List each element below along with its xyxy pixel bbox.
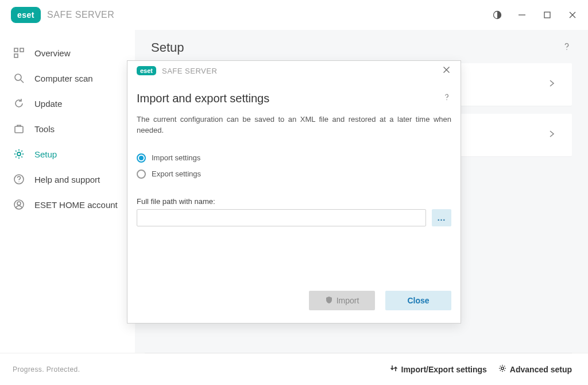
browse-button[interactable]: … bbox=[432, 209, 451, 226]
footer-links: Import/Export settings Advanced setup bbox=[390, 364, 572, 374]
file-path-input[interactable] bbox=[137, 209, 426, 226]
tagline: Progress. Protected. bbox=[13, 365, 80, 374]
sidebar-item-label: Help and support bbox=[34, 175, 100, 184]
gear-icon bbox=[498, 364, 506, 374]
sidebar-item-help[interactable]: Help and support bbox=[0, 167, 135, 192]
svg-point-11 bbox=[17, 152, 21, 156]
footer-link-label: Advanced setup bbox=[510, 365, 572, 374]
chevron-right-icon bbox=[548, 79, 556, 90]
tools-icon bbox=[13, 122, 25, 135]
close-icon[interactable] bbox=[568, 11, 580, 19]
sidebar-item-home-account[interactable]: ESET HOME account bbox=[0, 192, 135, 217]
radio-label: Import settings bbox=[152, 153, 200, 162]
button-label: Import bbox=[336, 296, 359, 305]
sidebar-item-label: Computer scan bbox=[34, 74, 93, 83]
contrast-icon[interactable] bbox=[493, 10, 504, 20]
radio-import-settings[interactable]: Import settings bbox=[137, 150, 451, 166]
footer: Progress. Protected. Import/Export setti… bbox=[0, 353, 588, 385]
svg-line-9 bbox=[21, 80, 24, 83]
sidebar-item-label: Setup bbox=[34, 149, 57, 159]
footer-divider bbox=[145, 353, 572, 353]
titlebar: eset SAFE SERVER bbox=[0, 0, 588, 30]
dashboard-icon bbox=[13, 47, 25, 59]
page-title: Setup bbox=[151, 40, 184, 55]
sidebar-item-label: Overview bbox=[34, 48, 71, 58]
svg-rect-2 bbox=[544, 12, 550, 18]
search-icon bbox=[13, 72, 25, 84]
svg-point-20 bbox=[446, 99, 447, 100]
svg-point-8 bbox=[15, 74, 21, 80]
title-left: eset SAFE SERVER bbox=[11, 7, 114, 22]
refresh-icon bbox=[13, 97, 25, 110]
window-controls bbox=[493, 10, 580, 20]
svg-point-13 bbox=[18, 182, 19, 182]
minimize-icon[interactable] bbox=[518, 11, 529, 19]
shield-icon bbox=[325, 296, 333, 306]
sidebar-item-tools[interactable]: Tools bbox=[0, 116, 135, 141]
svg-rect-5 bbox=[14, 48, 18, 52]
radio-export-settings[interactable]: Export settings bbox=[137, 166, 451, 182]
help-icon bbox=[13, 173, 25, 186]
svg-point-16 bbox=[566, 49, 567, 50]
product-name: SAFE SERVER bbox=[162, 67, 217, 75]
sidebar-item-scan[interactable]: Computer scan bbox=[0, 66, 135, 91]
sidebar: Overview Computer scan Update Tools Setu… bbox=[0, 30, 135, 353]
content-header: Setup bbox=[151, 40, 572, 55]
radio-label: Export settings bbox=[152, 170, 201, 178]
sidebar-item-label: Tools bbox=[34, 124, 55, 134]
radio-icon bbox=[137, 170, 146, 179]
modal-heading: Import and export settings bbox=[137, 92, 269, 105]
modal-actions: Import Close bbox=[127, 285, 461, 323]
import-export-modal: eset SAFE SERVER Import and export setti… bbox=[127, 60, 461, 324]
help-icon[interactable] bbox=[562, 41, 572, 55]
footer-link-label: Import/Export settings bbox=[401, 365, 487, 374]
modal-header: Import and export settings bbox=[127, 80, 461, 112]
modal-title-left: eset SAFE SERVER bbox=[137, 66, 217, 75]
eset-logo: eset bbox=[137, 66, 156, 75]
svg-rect-6 bbox=[20, 48, 24, 52]
import-export-link[interactable]: Import/Export settings bbox=[390, 364, 487, 374]
import-export-icon bbox=[390, 364, 398, 374]
chevron-right-icon bbox=[548, 130, 556, 140]
user-icon bbox=[13, 198, 25, 211]
sidebar-item-update[interactable]: Update bbox=[0, 91, 135, 116]
import-button[interactable]: Import bbox=[309, 291, 375, 310]
modal-body: The current configuration can be saved t… bbox=[127, 112, 461, 285]
sidebar-item-label: Update bbox=[34, 99, 62, 109]
sidebar-item-label: ESET HOME account bbox=[34, 200, 118, 210]
radio-icon bbox=[137, 153, 146, 163]
file-path-row: … bbox=[137, 209, 451, 226]
svg-point-17 bbox=[501, 367, 504, 369]
eset-logo: eset bbox=[11, 7, 40, 22]
sidebar-item-setup[interactable]: Setup bbox=[0, 141, 135, 167]
svg-rect-7 bbox=[14, 54, 18, 57]
modal-description: The current configuration can be saved t… bbox=[137, 114, 451, 136]
sidebar-item-overview[interactable]: Overview bbox=[0, 40, 135, 66]
close-button[interactable]: Close bbox=[385, 291, 451, 310]
svg-rect-10 bbox=[15, 126, 23, 133]
maximize-icon[interactable] bbox=[543, 11, 555, 19]
product-name: SAFE SERVER bbox=[47, 10, 114, 20]
modal-titlebar: eset SAFE SERVER bbox=[127, 61, 461, 80]
file-path-label: Full file path with name: bbox=[137, 197, 451, 206]
gear-icon bbox=[13, 148, 25, 160]
close-icon[interactable] bbox=[440, 63, 452, 78]
svg-point-15 bbox=[17, 202, 21, 205]
help-icon[interactable] bbox=[442, 93, 451, 105]
advanced-setup-link[interactable]: Advanced setup bbox=[498, 364, 572, 374]
